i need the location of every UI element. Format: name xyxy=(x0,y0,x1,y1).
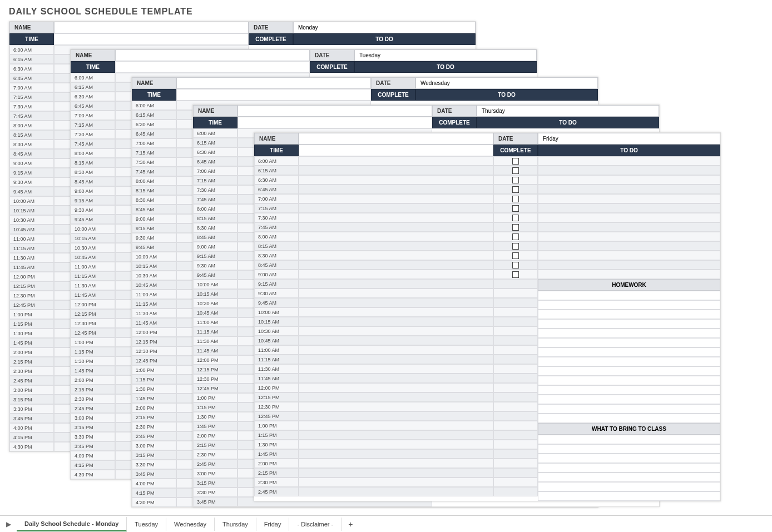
bring-cell[interactable] xyxy=(538,473,720,482)
entry-cell[interactable] xyxy=(299,374,493,383)
homework-cell[interactable] xyxy=(538,414,720,423)
entry-cell[interactable] xyxy=(299,241,493,251)
tab-disclaimer[interactable]: - Disclaimer - xyxy=(289,518,342,531)
bring-cell[interactable] xyxy=(538,463,720,473)
entry-cell[interactable] xyxy=(299,307,493,317)
todo-cell[interactable] xyxy=(538,251,720,260)
entry-cell[interactable] xyxy=(299,345,493,355)
todo-cell[interactable] xyxy=(538,166,720,175)
homework-cell[interactable] xyxy=(538,404,720,414)
todo-cell[interactable] xyxy=(538,232,720,241)
entry-cell[interactable] xyxy=(299,298,493,307)
todo-cell[interactable] xyxy=(538,270,720,279)
entry-cell[interactable] xyxy=(299,203,493,213)
entry-cell[interactable] xyxy=(299,355,493,364)
checkbox[interactable] xyxy=(512,158,519,165)
todo-cell[interactable] xyxy=(538,241,720,251)
todo-cell[interactable] xyxy=(538,156,720,166)
tab-tuesday[interactable]: Tuesday xyxy=(127,518,166,531)
todo-cell[interactable] xyxy=(538,175,720,185)
name-value[interactable] xyxy=(176,77,371,89)
entry-cell[interactable] xyxy=(299,478,493,487)
date-value[interactable]: Friday xyxy=(538,133,720,145)
entry-cell[interactable] xyxy=(299,222,493,232)
checkbox[interactable] xyxy=(512,186,519,193)
homework-cell[interactable] xyxy=(538,347,720,357)
entry-cell[interactable] xyxy=(299,175,493,185)
homework-cell[interactable] xyxy=(538,395,720,404)
entry-cell[interactable] xyxy=(299,260,493,270)
date-value[interactable]: Monday xyxy=(293,22,476,33)
homework-cell[interactable] xyxy=(538,376,720,385)
homework-cell[interactable] xyxy=(538,310,720,319)
checkbox[interactable] xyxy=(512,224,519,231)
entry-cell[interactable] xyxy=(299,326,493,336)
entry-cell[interactable] xyxy=(299,487,493,496)
name-value[interactable] xyxy=(115,49,310,61)
entry-cell[interactable] xyxy=(299,468,493,478)
tab-wednesday[interactable]: Wednesday xyxy=(166,518,215,531)
entry-cell[interactable] xyxy=(299,421,493,430)
bring-cell[interactable] xyxy=(538,482,720,491)
date-value[interactable]: Wednesday xyxy=(415,77,598,89)
entry-cell[interactable] xyxy=(299,289,493,298)
bring-cell[interactable] xyxy=(538,444,720,454)
checkbox[interactable] xyxy=(512,205,519,212)
name-value[interactable] xyxy=(237,105,432,117)
todo-cell[interactable] xyxy=(538,203,720,213)
tab-friday[interactable]: Friday xyxy=(256,518,290,531)
todo-cell[interactable] xyxy=(538,194,720,203)
homework-cell[interactable] xyxy=(538,300,720,310)
homework-cell[interactable] xyxy=(538,319,720,329)
entry-cell[interactable] xyxy=(299,279,493,289)
checkbox[interactable] xyxy=(512,262,519,269)
homework-cell[interactable] xyxy=(538,329,720,338)
entry-cell[interactable] xyxy=(299,232,493,241)
entry-cell[interactable] xyxy=(299,402,493,411)
entry-cell[interactable] xyxy=(299,383,493,392)
entry-cell[interactable] xyxy=(299,411,493,421)
tab-thursday[interactable]: Thursday xyxy=(215,518,256,531)
name-value[interactable] xyxy=(299,133,493,145)
homework-cell[interactable] xyxy=(538,338,720,347)
name-value[interactable] xyxy=(54,22,249,33)
date-value[interactable]: Thursday xyxy=(477,105,659,117)
entry-cell[interactable] xyxy=(299,166,493,175)
entry-cell[interactable] xyxy=(299,194,493,203)
entry-cell[interactable] xyxy=(299,449,493,459)
bring-cell[interactable] xyxy=(538,435,720,444)
entry-cell[interactable] xyxy=(299,364,493,374)
todo-cell[interactable] xyxy=(538,213,720,222)
entry-cell[interactable] xyxy=(299,317,493,326)
bring-cell[interactable] xyxy=(538,454,720,463)
entry-cell[interactable] xyxy=(299,336,493,345)
checkbox[interactable] xyxy=(512,215,519,221)
homework-cell[interactable] xyxy=(538,291,720,300)
entry-cell[interactable] xyxy=(299,185,493,194)
entry-cell[interactable] xyxy=(299,270,493,279)
entry-cell[interactable] xyxy=(299,156,493,166)
entry-cell[interactable] xyxy=(299,392,493,402)
checkbox[interactable] xyxy=(512,252,519,259)
bring-cell[interactable] xyxy=(538,491,720,501)
entry-cell[interactable] xyxy=(299,440,493,449)
add-tab-button[interactable]: + xyxy=(342,516,359,532)
todo-cell[interactable] xyxy=(538,185,720,194)
entry-cell[interactable] xyxy=(299,430,493,440)
entry-cell[interactable] xyxy=(299,459,493,468)
checkbox[interactable] xyxy=(512,243,519,250)
tab-monday[interactable]: Daily School Schedule - Monday xyxy=(17,517,127,531)
todo-cell[interactable] xyxy=(538,222,720,232)
checkbox[interactable] xyxy=(512,177,519,183)
homework-cell[interactable] xyxy=(538,357,720,366)
tab-nav-arrow-icon[interactable]: ▶ xyxy=(0,520,17,528)
checkbox[interactable] xyxy=(512,167,519,174)
homework-cell[interactable] xyxy=(538,385,720,395)
entry-cell[interactable] xyxy=(299,251,493,260)
checkbox[interactable] xyxy=(512,233,519,240)
homework-cell[interactable] xyxy=(538,366,720,376)
todo-cell[interactable] xyxy=(538,260,720,270)
date-value[interactable]: Tuesday xyxy=(354,49,537,61)
checkbox[interactable] xyxy=(512,196,519,202)
checkbox[interactable] xyxy=(512,271,519,278)
